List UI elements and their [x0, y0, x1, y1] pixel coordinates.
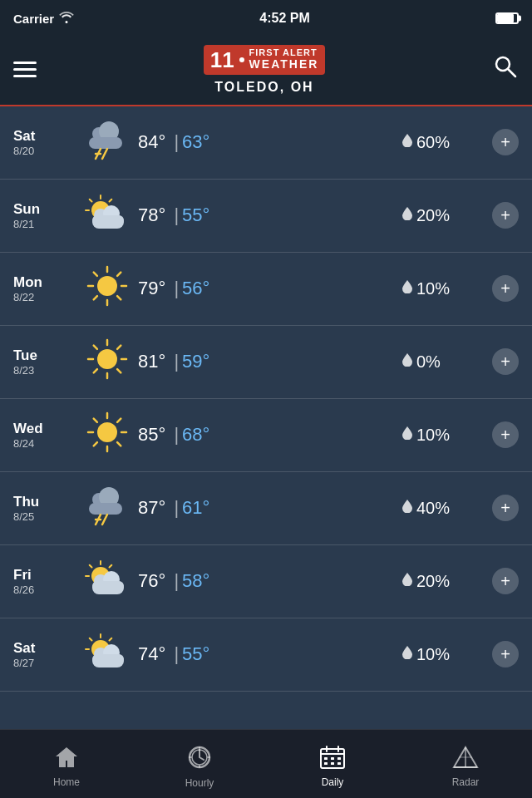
day-col: Thu 8/25 — [13, 494, 76, 523]
svg-line-53 — [89, 564, 91, 567]
svg-line-54 — [109, 564, 111, 567]
expand-button[interactable]: + — [492, 348, 519, 375]
forecast-list: Sat 8/20 84° | 63° 60% + — [0, 106, 532, 692]
temp-low: 58° — [182, 570, 209, 592]
temp-low: 55° — [182, 204, 209, 226]
menu-line — [13, 68, 37, 71]
precip-col: 0% — [402, 352, 485, 372]
precip-col: 10% — [402, 645, 485, 664]
temp-high: 76° — [138, 570, 165, 592]
svg-line-1 — [508, 69, 515, 76]
expand-button[interactable]: + — [492, 275, 519, 302]
expand-button[interactable]: + — [492, 202, 519, 229]
tab-radar[interactable]: Radar — [399, 741, 532, 788]
temp-high: 81° — [138, 351, 165, 372]
svg-line-41 — [117, 442, 121, 446]
city-name: TOLEDO, OH — [214, 80, 313, 95]
svg-line-62 — [89, 638, 91, 640]
temp-sep: | — [169, 570, 179, 592]
search-button[interactable] — [492, 53, 519, 86]
svg-line-31 — [93, 345, 96, 348]
temp-low: 68° — [182, 424, 209, 446]
menu-line — [13, 62, 37, 64]
forecast-row: Sat 8/20 84° | 63° 60% + — [0, 106, 532, 180]
tab-hourly[interactable]: Hourly — [133, 740, 266, 789]
day-date: 8/20 — [13, 145, 34, 157]
temp-high: 74° — [138, 643, 165, 665]
tab-daily-label: Daily — [322, 776, 344, 788]
precip-pct: 10% — [416, 645, 450, 664]
day-date: 8/26 — [13, 584, 34, 596]
day-name: Tue — [13, 347, 37, 364]
weather-icon — [85, 337, 130, 387]
precip-col: 20% — [402, 206, 485, 225]
tab-hourly-label: Hourly — [185, 777, 214, 789]
svg-rect-75 — [331, 757, 334, 760]
svg-line-22 — [93, 272, 96, 275]
precip-pct: 20% — [416, 206, 450, 225]
temp-low: 59° — [182, 351, 209, 372]
svg-line-63 — [109, 638, 111, 640]
forecast-row: Sun 8/21 78° | 55° — [0, 180, 532, 253]
home-icon — [54, 746, 79, 773]
drop-icon — [402, 280, 412, 297]
svg-point-35 — [97, 422, 117, 442]
drop-icon — [402, 134, 412, 150]
temps-col: 84° | 63° — [138, 131, 402, 153]
precip-pct: 40% — [416, 499, 450, 518]
menu-line — [13, 75, 37, 77]
status-time: 4:52 PM — [259, 11, 309, 26]
tab-daily[interactable]: Daily — [266, 741, 399, 788]
logo-dot — [239, 57, 244, 62]
weather-icon-col — [76, 631, 138, 678]
temps-col: 81° | 59° — [138, 351, 402, 372]
weather-icon-col — [76, 337, 138, 387]
expand-button[interactable]: + — [492, 129, 519, 155]
svg-rect-58 — [92, 581, 124, 591]
expand-button[interactable]: + — [492, 421, 519, 448]
temp-high: 85° — [138, 424, 165, 446]
day-col: Sat 8/20 — [13, 128, 76, 157]
temps-col: 74° | 55° — [138, 643, 402, 665]
temp-high: 79° — [138, 278, 165, 299]
weather-icon — [82, 485, 132, 532]
logo-text-block: FIRST ALERT WEATHER — [249, 48, 319, 71]
day-name: Thu — [13, 494, 39, 510]
svg-line-49 — [102, 515, 107, 525]
day-date: 8/24 — [13, 437, 34, 450]
svg-line-34 — [93, 369, 96, 372]
menu-button[interactable] — [13, 62, 37, 77]
wifi-icon — [59, 12, 74, 26]
day-date: 8/25 — [13, 510, 34, 523]
svg-point-26 — [97, 349, 117, 369]
svg-line-42 — [117, 418, 121, 421]
app-header: 11 FIRST ALERT WEATHER TOLEDO, OH — [0, 37, 532, 106]
svg-rect-76 — [337, 757, 341, 760]
svg-line-33 — [117, 345, 121, 348]
expand-button[interactable]: + — [492, 568, 519, 594]
temp-sep: | — [169, 204, 179, 226]
tab-home-label: Home — [53, 776, 80, 788]
temp-low: 56° — [182, 278, 209, 299]
status-left: Carrier — [13, 12, 74, 26]
expand-button[interactable]: + — [492, 641, 519, 667]
forecast-row: Thu 8/25 87° | 61° 40% + — [0, 472, 532, 545]
day-col: Wed 8/24 — [13, 421, 76, 450]
svg-line-32 — [117, 369, 121, 372]
radar-icon — [452, 746, 479, 773]
precip-pct: 10% — [416, 426, 450, 445]
drop-icon — [402, 573, 412, 589]
expand-button[interactable]: + — [492, 495, 519, 521]
temp-low: 61° — [182, 497, 209, 519]
temp-high: 84° — [138, 131, 165, 153]
tab-home[interactable]: Home — [0, 741, 133, 788]
weather-icon-col — [76, 264, 138, 314]
svg-rect-46 — [89, 503, 122, 515]
precip-col: 40% — [402, 499, 485, 518]
temp-sep: | — [169, 424, 179, 446]
temp-sep: | — [169, 131, 179, 153]
precip-pct: 0% — [416, 352, 441, 372]
day-col: Sat 8/27 — [13, 640, 76, 669]
forecast-row: Mon 8/22 79° | 56° — [0, 253, 532, 326]
temps-col: 76° | 58° — [138, 570, 402, 592]
